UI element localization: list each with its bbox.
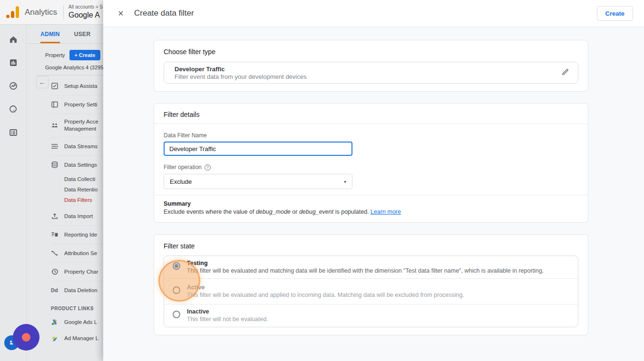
create-property-button[interactable]: + Create <box>69 50 101 60</box>
radio-option-active[interactable]: Active This filter will be evaluated and… <box>164 278 578 304</box>
radio-selected-icon[interactable] <box>173 262 180 270</box>
create-button[interactable]: Create <box>597 6 633 21</box>
google-ads-icon <box>51 318 59 326</box>
menu-item-property-settings[interactable]: Property Setti <box>51 95 103 114</box>
filter-type-card: Choose filter type Developer Traffic Fil… <box>154 40 588 92</box>
option-label: Testing <box>187 260 544 266</box>
attribution-settings-icon <box>51 249 59 257</box>
filter-operation-select[interactable]: Exclude ▾ <box>164 174 352 189</box>
radio-unselected-icon[interactable] <box>173 286 180 294</box>
filter-type-title: Choose filter type <box>164 48 578 56</box>
recording-indicator[interactable] <box>13 324 39 351</box>
menu-item-data-import[interactable]: Data Import <box>51 207 103 225</box>
filter-state-options: Testing This filter will be evaluated an… <box>164 256 578 327</box>
edit-icon[interactable] <box>561 68 569 78</box>
filter-type-description: Filter event data from your development … <box>175 73 306 80</box>
radio-option-testing[interactable]: Testing This filter will be evaluated an… <box>164 256 578 278</box>
menu-item-data-streams[interactable]: Data Streams <box>51 137 103 155</box>
menu-item-property-access[interactable]: Property AcceManagement <box>51 114 103 137</box>
filter-type-box[interactable]: Developer Traffic Filter event data from… <box>164 62 578 84</box>
record-dot-icon <box>22 333 30 342</box>
radio-unselected-icon[interactable] <box>173 311 180 318</box>
summary-text: Exclude events where the value of debug_… <box>164 209 578 215</box>
header-divider <box>63 5 64 19</box>
advertising-icon[interactable] <box>6 102 20 116</box>
left-nav-rail <box>0 25 27 361</box>
close-icon[interactable]: ✕ <box>116 9 126 18</box>
tab-user[interactable]: USER <box>74 31 91 43</box>
page: Analytics All accounts > S Google A ADMI… <box>0 0 644 361</box>
admin-icon[interactable] <box>6 125 20 140</box>
menu-item-data-deletion[interactable]: Dd Data Deletion <box>51 281 103 299</box>
account-title[interactable]: Google A <box>68 10 103 20</box>
property-label: Property <box>45 52 65 58</box>
filter-type-name: Developer Traffic <box>175 66 306 73</box>
learn-more-link[interactable]: Learn more <box>371 209 401 215</box>
property-settings-icon <box>51 101 59 108</box>
option-label: Active <box>187 284 464 291</box>
menu-item-property-change-history[interactable]: Property Char <box>51 263 103 281</box>
help-icon[interactable]: ? <box>205 164 211 171</box>
filter-operation-value: Exclude <box>170 178 192 185</box>
back-button[interactable]: ← <box>36 76 49 88</box>
summary-title: Summary <box>164 200 578 207</box>
ad-manager-icon <box>51 334 59 342</box>
modal-body: Choose filter type Developer Traffic Fil… <box>103 27 644 335</box>
panel-divider <box>37 75 103 76</box>
option-description: This filter will be evaluated and applie… <box>187 292 464 298</box>
reports-icon[interactable] <box>6 56 20 70</box>
property-name[interactable]: Google Analytics 4 (3295 <box>45 65 103 70</box>
menu-item-data-settings[interactable]: Data Settings <box>51 156 103 174</box>
tab-admin[interactable]: ADMIN <box>40 31 60 43</box>
product-links-header: PRODUCT LINKS <box>51 306 103 311</box>
data-streams-icon <box>51 142 59 150</box>
admin-sidebar: ADMIN USER Property + Create Google Anal… <box>27 25 103 361</box>
menu-item-ad-manager-links[interactable]: Ad Manager L <box>51 330 103 346</box>
menu-item-data-retention[interactable]: Data Retentio <box>51 184 103 195</box>
setup-assistant-icon <box>51 82 59 90</box>
data-filter-name-label: Data Filter Name <box>164 132 207 139</box>
modal-header: ✕ Create data filter Create <box>103 0 644 27</box>
product-name: Analytics <box>25 8 57 17</box>
data-settings-icon <box>51 161 59 169</box>
menu-item-data-filters[interactable]: Data Filters <box>51 195 103 205</box>
menu-item-attribution-settings[interactable]: Attribution Se <box>51 244 103 262</box>
data-deletion-icon: Dd <box>51 287 59 293</box>
filter-details-title: Filter details <box>164 111 578 118</box>
home-icon[interactable] <box>6 32 20 47</box>
explore-icon[interactable] <box>6 79 20 93</box>
breadcrumb[interactable]: All accounts > S <box>68 4 103 10</box>
admin-menu: Setup Assista Property Setti Property Ac… <box>51 77 103 346</box>
filter-state-title: Filter state <box>164 242 578 250</box>
analytics-logo-icon <box>6 5 20 19</box>
option-description: This filter will not be evaluated. <box>187 316 268 323</box>
data-import-icon <box>51 212 59 220</box>
property-change-history-icon <box>51 268 59 276</box>
menu-item-reporting-identity[interactable]: Reporting Ide <box>51 226 103 244</box>
option-description: This filter will be evaluated and matchi… <box>187 267 544 274</box>
modal-title: Create data filter <box>134 9 597 18</box>
dropdown-caret-icon: ▾ <box>344 179 346 184</box>
filter-operation-label: Filter operation <box>164 164 202 171</box>
option-label: Inactive <box>187 308 268 315</box>
filter-details-card: Filter details Data Filter Name Filter o… <box>154 103 588 223</box>
menu-item-data-collection[interactable]: Data Collecti <box>51 174 103 184</box>
menu-item-setup-assistant[interactable]: Setup Assista <box>51 77 103 95</box>
radio-option-inactive[interactable]: Inactive This filter will not be evaluat… <box>164 304 578 327</box>
property-access-icon <box>51 122 59 129</box>
data-filter-name-input[interactable] <box>164 142 352 156</box>
menu-item-google-ads-links[interactable]: Google Ads L <box>51 314 103 330</box>
filter-state-card: Filter state Testing This filter will be… <box>154 234 588 335</box>
admin-tabs: ADMIN USER <box>27 25 103 44</box>
create-data-filter-modal: ✕ Create data filter Create Choose filte… <box>103 0 644 361</box>
reporting-identity-icon <box>51 231 59 238</box>
